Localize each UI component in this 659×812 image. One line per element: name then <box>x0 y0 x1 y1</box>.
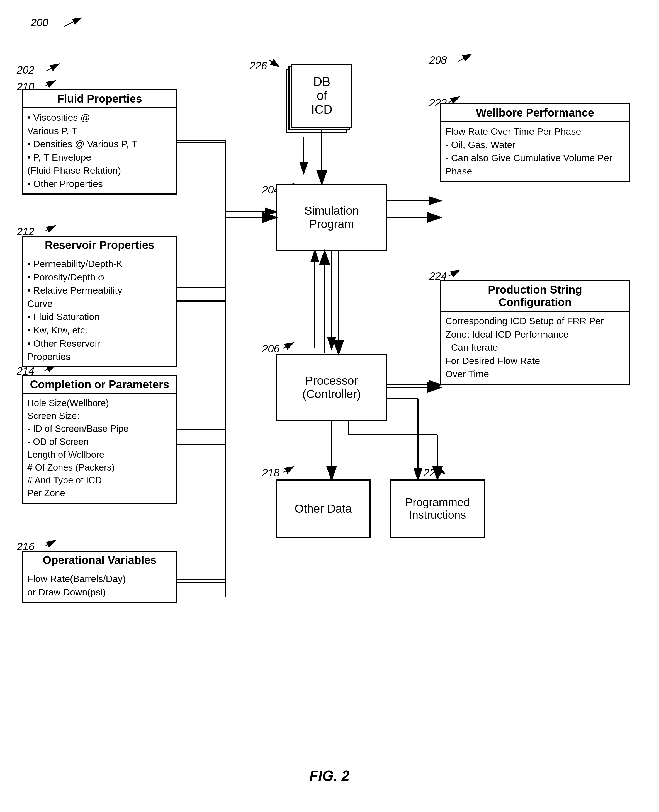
svg-line-32 <box>269 60 279 66</box>
reservoir-item-1: Permeability/Depth-K <box>27 257 172 271</box>
svg-line-21 <box>458 54 471 61</box>
ref224-arrow <box>447 269 461 279</box>
svg-line-22 <box>44 81 55 87</box>
ref-226-label: 226 <box>249 60 267 72</box>
other-data-label: Other Data <box>295 502 352 515</box>
reservoir-item-4: Fluid Saturation <box>27 310 172 324</box>
operational-variables-title: Operational Variables <box>24 551 176 569</box>
simulation-program-label: Simulation Program <box>304 204 359 231</box>
ref-218-label: 218 <box>262 467 279 479</box>
wellbore-performance-box: Wellbore Performance Flow Rate Over Time… <box>440 103 630 182</box>
wellbore-performance-content: Flow Rate Over Time Per Phase - Oil, Gas… <box>441 122 629 181</box>
svg-line-23 <box>44 226 55 231</box>
fluid-properties-title: Fluid Properties <box>24 90 176 108</box>
reservoir-properties-content: Permeability/Depth-K Porosity/Depth φ Re… <box>24 254 176 366</box>
ref-202-label: 202 <box>17 64 34 76</box>
production-string-content: Corresponding ICD Setup of FRR Per Zone;… <box>441 312 629 384</box>
svg-line-20 <box>46 64 58 71</box>
ref200-arrow <box>61 15 84 29</box>
fig-caption: FIG. 2 <box>0 768 659 784</box>
db-icd-box: DBofICD <box>291 63 353 128</box>
fluid-properties-box: Fluid Properties Viscosities @Various P,… <box>22 89 177 194</box>
db-icd-label: DBofICD <box>311 75 333 117</box>
operational-variables-content: Flow Rate(Barrels/Day) or Draw Down(psi) <box>24 569 176 602</box>
svg-line-31 <box>449 270 459 276</box>
svg-line-19 <box>64 18 81 27</box>
ref202-arrow <box>44 63 61 74</box>
ref216-arrow <box>43 539 57 549</box>
reservoir-item-2: Porosity/Depth φ <box>27 271 172 284</box>
reservoir-item-3: Relative PermeabilityCurve <box>27 284 172 310</box>
diagram-container: 200 202 208 210 212 214 216 204 206 218 <box>0 0 659 812</box>
processor-box: Processor (Controller) <box>276 354 387 421</box>
fluid-properties-content: Viscosities @Various P, T Densities @ Va… <box>24 108 176 193</box>
svg-line-28 <box>283 467 293 472</box>
reservoir-item-5: Kw, Krw, etc. <box>27 324 172 337</box>
svg-line-30 <box>449 97 459 103</box>
processor-label: Processor (Controller) <box>302 374 361 401</box>
svg-line-29 <box>435 467 445 473</box>
programmed-instructions-label: Programmed Instructions <box>405 496 470 521</box>
completion-parameters-title: Completion or Parameters <box>24 376 176 394</box>
operational-variables-box: Operational Variables Flow Rate(Barrels/… <box>22 551 177 603</box>
ref208-arrow <box>457 53 474 64</box>
fluid-item-3: P, T Envelope(Fluid Phase Relation) <box>27 151 172 177</box>
ref-200-label: 200 <box>31 17 48 29</box>
completion-parameters-content: Hole Size(Wellbore) Screen Size: - ID of… <box>24 394 176 502</box>
reservoir-properties-box: Reservoir Properties Permeability/Depth-… <box>22 235 177 367</box>
fluid-item-2: Densities @ Various P, T <box>27 137 172 151</box>
completion-parameters-box: Completion or Parameters Hole Size(Wellb… <box>22 375 177 504</box>
wellbore-performance-title: Wellbore Performance <box>441 104 629 122</box>
programmed-instructions-box: Programmed Instructions <box>390 479 485 538</box>
production-string-title: Production String Configuration <box>441 281 629 312</box>
ref226-arrow <box>268 58 281 68</box>
ref-206-label: 206 <box>262 343 279 355</box>
fluid-item-4: Other Properties <box>27 177 172 191</box>
svg-line-25 <box>44 541 55 547</box>
fluid-item-1: Viscosities @Various P, T <box>27 111 172 137</box>
ref206-arrow <box>281 341 295 351</box>
svg-line-27 <box>283 343 293 348</box>
reservoir-properties-title: Reservoir Properties <box>24 237 176 254</box>
ref-208-label: 208 <box>429 54 447 66</box>
ref218-arrow <box>281 466 295 475</box>
ref210-arrow <box>43 79 57 89</box>
production-string-box: Production String Configuration Correspo… <box>440 280 630 385</box>
ref212-arrow <box>43 224 57 234</box>
simulation-program-box: Simulation Program <box>276 184 387 251</box>
ref220-arrow <box>433 466 447 475</box>
reservoir-item-6: Other ReservoirProperties <box>27 337 172 363</box>
other-data-box: Other Data <box>276 479 370 538</box>
